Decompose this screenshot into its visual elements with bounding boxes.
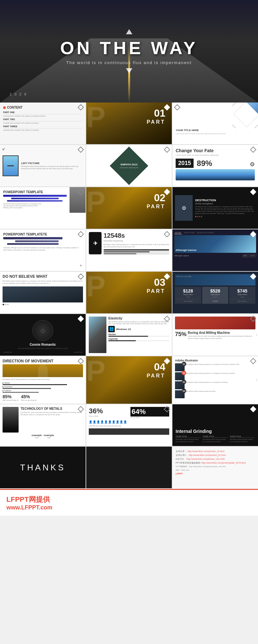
destruction-slide: ⚙ DESTRUCTION Of the corruptions We beli… <box>172 187 258 229</box>
tech-title: TECHNOLOGY OF METALS <box>21 407 83 410</box>
direction-title: DIRECTION OF MOVEMENT <box>3 359 83 363</box>
part-two-label: PART TWO <box>3 118 82 121</box>
chevron-left-icon: ‹ <box>256 377 257 383</box>
your-title-text: YOUR TITLE HERE <box>176 129 232 132</box>
short-films-tab[interactable]: SHORT FILMS <box>183 231 195 234</box>
triangle-up-icon <box>126 29 132 34</box>
adobe-title: Adobe Illustrator <box>175 359 255 362</box>
your-title1: YOUR TITLE <box>176 435 201 438</box>
percent-36-from: From 2016 <box>89 415 128 417</box>
connie-name: Connie Romantic <box>29 343 56 346</box>
price1-label: Single edition <box>177 293 200 295</box>
price-slide: PRICE SLIDE $128 Single edition 5 per pe… <box>172 272 258 313</box>
your-title2: YOUR TITLE <box>203 435 228 438</box>
empath-title: EMPATH 2013 <box>120 163 138 166</box>
diamond-icon-23 <box>250 406 256 412</box>
credits-line3: 幻灯片3： http://www.flickr.com/photos/_101.… <box>176 458 255 461</box>
part-04-slide: P 04 PART <box>86 356 172 404</box>
boring-machine-slide: 75% Boring And Milling Machine Lorem ips… <box>172 314 258 356</box>
credits-line2: 全球分享2： http://www.flickr.com/photos/_87.… <box>176 454 255 457</box>
phone-image: ✈ <box>89 232 102 254</box>
part-one-text: Carefully listen resulted in the creatio… <box>3 115 82 117</box>
play-button[interactable]: PLAY <box>250 254 256 257</box>
fate-percent: 89% <box>197 159 212 168</box>
percent-64-from: From 2016 <box>130 417 170 418</box>
slide-row-1: CONTENT PART ONE Carefully listen result… <box>0 103 258 144</box>
elasticity-title: Elasticity <box>108 317 169 320</box>
internal-grinding-slide: Internal Grinding YOUR TITLE We believe … <box>172 404 258 446</box>
info-button[interactable]: INFO <box>242 254 249 257</box>
diamond-icon-8 <box>250 189 256 195</box>
part-03-label: PART <box>147 288 165 294</box>
fate-title: Change Your Fate <box>176 148 255 153</box>
black-divider-slide <box>86 447 172 488</box>
tech-metals-slide: TECHNOLOGY OF METALS A product list, som… <box>0 404 86 446</box>
left-picture-label: LEFT PICTURE <box>21 162 83 165</box>
direction-stat1: 85% <box>3 394 18 399</box>
slide-row-7: DIRECTION OF MOVEMENT We believe about h… <box>0 356 258 404</box>
credits-brand: LFPPT <box>176 473 255 475</box>
chevron-right-icon: › <box>256 332 257 338</box>
footer-url: www.LFPPT.com <box>6 504 252 511</box>
pp-template2-slide: POWERPOINT TEMPLATETE Imperdiet, Althoug… <box>0 229 86 271</box>
hero-subtitle: The world is in continuous flux and is i… <box>66 60 192 65</box>
triangle-down-icon <box>126 68 132 73</box>
grinding-title: Internal Grinding <box>176 429 255 434</box>
behind-scenes-tab[interactable]: BEHIND THE SCENES <box>196 231 214 234</box>
diamond-icon-9 <box>78 231 84 237</box>
adobe-slide: Adobe Illustrator 01 We believe about ha… <box>172 356 258 404</box>
slide-row-6: ◇ Connie Romantic dare you thought here … <box>0 314 258 356</box>
hero-year: 2 0 2 9 <box>10 92 27 96</box>
hero-slide: ON THE WAY The world is in continuous fl… <box>0 0 258 103</box>
p-letter: P <box>86 103 105 134</box>
credits-video: PPT视频教程：http://www.flickr.com/photos/sta… <box>176 465 255 468</box>
fate-year: 2015 <box>178 160 191 167</box>
footer-brand: LFPPT网提供 <box>6 495 252 504</box>
destruction-title: DESTRUCTION <box>195 199 255 202</box>
although-title: Although Canroe <box>176 249 196 252</box>
footer: LFPPT网提供 www.LFPPT.com <box>0 489 258 516</box>
boring-title: Boring And Milling Machine <box>188 331 255 334</box>
stat2-label: With you get things do <box>21 399 37 401</box>
part-03-slide: P 03 PART <box>86 272 172 313</box>
price-title: PRICE SLIDE <box>176 276 192 277</box>
content-slide: CONTENT PART ONE Carefully listen result… <box>0 103 86 144</box>
slide-row-9: THANKS 全球分享： http://www.flickr.com/photo… <box>0 447 258 488</box>
dnb-slide: DO NOT BELIEVE WHAT We believe about hav… <box>0 272 86 313</box>
thanks-slide: THANKS <box>0 447 86 488</box>
connie-slide: ◇ Connie Romantic dare you thought here … <box>0 314 86 356</box>
harden-label: Harden <box>108 333 169 335</box>
hero-title: ON THE WAY <box>60 37 198 58</box>
price2: $528 <box>204 288 227 293</box>
windows-title: Windows 10 <box>116 328 131 331</box>
clear-button[interactable]: CLEAR <box>204 300 227 302</box>
percent-36: 36% <box>89 407 128 415</box>
big-number: 12548s <box>104 232 169 239</box>
slide-row-4: POWERPOINT TEMPLATETE Imperdiet, Althoug… <box>0 229 258 271</box>
part-01-num: 01 <box>147 107 165 119</box>
part-01-label: PART <box>147 119 165 125</box>
diamond-icon-2 <box>174 104 180 111</box>
diamond-icon-3 <box>78 146 84 153</box>
capacity-label: Capacity <box>108 338 169 340</box>
diamond-icon-4 <box>164 146 170 153</box>
price3: $745 <box>231 288 254 293</box>
boring-percent: 75% <box>175 331 187 338</box>
pp-template2-title: POWERPOINT TEMPLATETE <box>3 233 82 236</box>
percent-people-slide: 36% From 2016 64% From 2016 👤 👤 👤 👤 👤 👤 … <box>86 404 172 446</box>
slides-container: CONTENT PART ONE Carefully listen result… <box>0 103 258 488</box>
part-three-label: PART THREE <box>3 125 82 128</box>
credits-ppt: PPT背景对照及修改教程: http://www.flickr.com/phot… <box>176 461 255 465</box>
part-02-slide: P 02 PART <box>86 187 172 229</box>
number-slide: ✈ 12548s Needed Anything We believe abou… <box>86 229 172 271</box>
percent-64: 64% <box>130 407 170 417</box>
movies-tab[interactable]: MOVIES <box>174 231 182 234</box>
diamond-icon <box>78 104 84 111</box>
thanks-text: THANKS <box>20 463 65 473</box>
slide-row-3: POWERPOINT TEMPLATE We believe about hav… <box>0 187 258 229</box>
credits-slide: 全球分享： http://www.flickr.com/photos/_14.h… <box>172 447 258 488</box>
elasticity-slide: Elasticity We believe about having exist… <box>86 314 172 356</box>
part-02-label: PART <box>147 204 165 210</box>
movies-barchart-slide: MOVIES SHORT FILMS BEHIND THE SCENES Alt… <box>172 229 258 271</box>
price2-label: Appreciation <box>204 293 227 295</box>
